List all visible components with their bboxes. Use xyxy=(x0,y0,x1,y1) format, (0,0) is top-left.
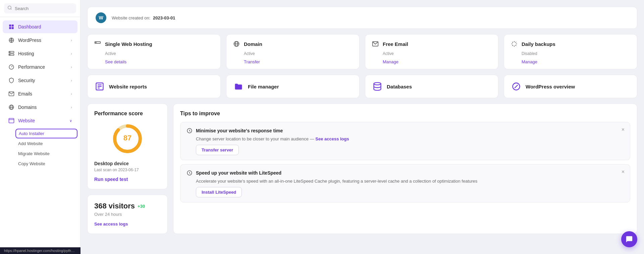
visitors-card: 368 visitors +30 Over 24 hours See acces… xyxy=(87,195,168,234)
tip-item-response-time: Minimise your website's response time × … xyxy=(180,122,630,160)
visitors-count: 368 visitors xyxy=(94,202,135,210)
chevron-right-icon: › xyxy=(71,52,72,56)
perf-scan: Last scan on 2023-06-17 xyxy=(94,168,161,172)
folder-icon xyxy=(233,81,244,92)
sidebar-nav: Dashboard WordPress › Hosting › Performa… xyxy=(0,17,80,254)
sidebar-subitem-migrate-website[interactable]: Migrate Website xyxy=(15,149,77,158)
sidebar-item-security[interactable]: Security › xyxy=(3,74,77,87)
donut-chart: 87 xyxy=(111,122,144,155)
email-service-status: Active xyxy=(371,51,493,56)
tip-action-button[interactable]: Install LiteSpeed xyxy=(196,187,242,197)
reports-icon xyxy=(94,81,105,92)
service-card-domain: Domain Active Transfer xyxy=(226,34,360,69)
service-card-backups: Daily backups Disabled Manage xyxy=(504,34,637,69)
tip-link[interactable]: See access logs xyxy=(315,136,349,141)
sidebar-item-emails[interactable]: Emails › xyxy=(3,87,77,100)
sidebar-subitem-copy-website[interactable]: Copy Website xyxy=(15,159,77,169)
sidebar-item-label: Emails xyxy=(18,91,32,97)
sidebar-subitem-add-website[interactable]: Add Website xyxy=(15,139,77,148)
sidebar-item-label: WordPress xyxy=(18,38,41,43)
status-bar: https://hpanel.hostinger.com/hosting/pyt… xyxy=(0,247,80,254)
service-card-hosting: Single Web Hosting Active See details xyxy=(87,34,221,69)
svg-rect-16 xyxy=(9,118,14,123)
visitors-period: Over 24 hours xyxy=(94,212,161,217)
search-container xyxy=(0,0,80,17)
sidebar-item-label: Website xyxy=(18,118,35,123)
sidebar-subitem-auto-installer[interactable]: Auto Installer xyxy=(15,129,77,138)
svg-rect-2 xyxy=(9,24,11,26)
sidebar-item-hosting[interactable]: Hosting › xyxy=(3,47,77,60)
quick-link-label: File manager xyxy=(248,84,279,89)
sidebar-item-website[interactable]: Website ∨ xyxy=(3,114,77,127)
search-input[interactable] xyxy=(15,6,73,11)
domain-service-link[interactable]: Transfer xyxy=(232,59,354,64)
svg-point-0 xyxy=(8,6,11,9)
svg-point-10 xyxy=(10,54,10,55)
quick-link-file-manager[interactable]: File manager xyxy=(226,75,360,98)
service-cards: Single Web Hosting Active See details Do… xyxy=(87,34,637,69)
chevron-right-icon: › xyxy=(71,65,72,69)
backups-service-title: Daily backups xyxy=(522,41,555,47)
domain-service-title: Domain xyxy=(244,41,262,47)
database-icon xyxy=(372,81,383,92)
quick-link-website-reports[interactable]: Website reports xyxy=(87,75,221,98)
tip-close-button[interactable]: × xyxy=(622,127,625,132)
wp-icon xyxy=(511,81,522,92)
perf-device: Desktop device xyxy=(94,161,161,166)
security-icon xyxy=(8,77,15,84)
tip-title: Speed up your website with LiteSpeed xyxy=(196,170,281,176)
tip-action-button[interactable]: Transfer server xyxy=(196,145,239,155)
sidebar-item-performance[interactable]: Performance › xyxy=(3,61,77,73)
quick-link-label: Website reports xyxy=(109,84,147,89)
hosting-service-status: Active xyxy=(93,51,215,56)
chevron-down-icon: ∨ xyxy=(69,119,72,123)
performance-card: Performance score 87 Desktop device Last… xyxy=(87,104,168,189)
chevron-right-icon: › xyxy=(71,78,72,82)
svg-rect-4 xyxy=(9,27,11,29)
sidebar-item-label: Performance xyxy=(18,64,45,70)
svg-line-1 xyxy=(11,9,12,10)
tip-description: Change server location to be closer to y… xyxy=(186,136,625,141)
chat-icon xyxy=(626,236,633,243)
globe-icon xyxy=(232,39,241,49)
chevron-right-icon: › xyxy=(71,105,72,109)
sidebar-item-label: Domains xyxy=(18,105,37,110)
svg-rect-3 xyxy=(12,24,14,26)
website-icon xyxy=(8,117,15,124)
chat-bubble[interactable] xyxy=(621,231,637,247)
service-card-email: Free Email Active Manage xyxy=(365,34,498,69)
chevron-right-icon: › xyxy=(71,38,72,42)
email-service-title: Free Email xyxy=(383,41,408,47)
run-speed-test-button[interactable]: Run speed test xyxy=(94,177,128,182)
svg-point-28 xyxy=(374,82,381,85)
backup-icon xyxy=(509,39,519,49)
dashboard-icon xyxy=(8,23,15,30)
sidebar-item-wordpress[interactable]: WordPress › xyxy=(3,34,77,47)
server-icon xyxy=(93,39,102,49)
email-icon xyxy=(371,39,380,49)
bottom-grid: Performance score 87 Desktop device Last… xyxy=(87,104,637,234)
domain-service-status: Active xyxy=(232,51,354,56)
main-content: W Website created on: 2023-03-01 Single … xyxy=(80,0,644,254)
hosting-service-link[interactable]: See details xyxy=(93,59,215,64)
quick-link-databases[interactable]: Databases xyxy=(365,75,498,98)
visitors-delta: +30 xyxy=(138,204,145,209)
backups-service-link[interactable]: Manage xyxy=(509,59,632,64)
svg-point-19 xyxy=(96,42,96,43)
quick-link-label: WordPress overview xyxy=(526,84,575,89)
email-service-link[interactable]: Manage xyxy=(371,59,493,64)
tip-description: Accelerate your website's speed with an … xyxy=(186,179,625,184)
website-sub-items: Auto Installer Add Website Migrate Websi… xyxy=(0,128,80,170)
tip-close-button[interactable]: × xyxy=(622,169,625,175)
sidebar-item-label: Security xyxy=(18,78,35,83)
wordpress-icon xyxy=(8,37,15,44)
performance-icon xyxy=(8,64,15,70)
quick-link-wordpress-overview[interactable]: WordPress overview xyxy=(504,75,637,98)
sidebar-item-domains[interactable]: Domains › xyxy=(3,101,77,114)
quick-link-label: Databases xyxy=(387,84,412,89)
info-card: W Website created on: 2023-03-01 xyxy=(87,7,637,29)
hosting-service-title: Single Web Hosting xyxy=(105,41,152,47)
emails-icon xyxy=(8,90,15,97)
see-access-logs-link[interactable]: See access logs xyxy=(94,221,128,227)
sidebar-item-dashboard[interactable]: Dashboard xyxy=(3,20,77,33)
